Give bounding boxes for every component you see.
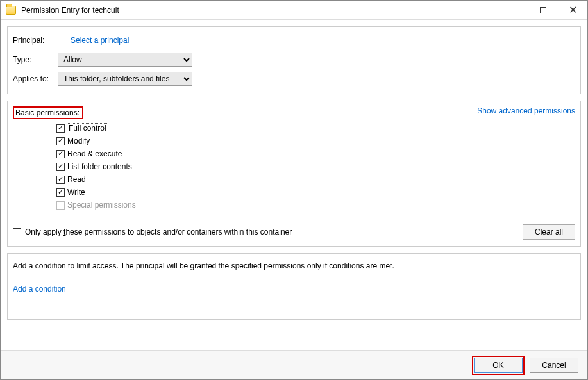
permission-label: Special permissions: [67, 201, 136, 210]
permission-item[interactable]: Modify: [56, 135, 575, 147]
cancel-button[interactable]: Cancel: [530, 358, 578, 373]
permission-checkbox[interactable]: [56, 150, 65, 158]
permission-label: List folder contents: [67, 162, 132, 171]
permission-item[interactable]: Read & execute: [56, 147, 575, 160]
permission-checkbox[interactable]: [56, 163, 65, 171]
minimize-button[interactable]: [499, 1, 528, 19]
close-icon: ✕: [569, 5, 577, 15]
permission-checkbox: [56, 201, 65, 210]
condition-text: Add a condition to limit access. The pri…: [13, 261, 575, 270]
permission-checkbox[interactable]: [56, 124, 65, 133]
permission-item[interactable]: Read: [56, 173, 575, 186]
ok-highlight: OK: [472, 356, 525, 375]
permission-item[interactable]: Full control: [56, 122, 575, 135]
permission-checkbox[interactable]: [56, 188, 65, 197]
select-principal-link[interactable]: Select a principal: [71, 36, 129, 45]
maximize-button[interactable]: [528, 1, 558, 19]
type-label: Type:: [13, 55, 58, 64]
minimize-icon: [510, 10, 517, 10]
permission-item[interactable]: Write: [56, 186, 575, 199]
window-title: Permission Entry for techcult: [21, 6, 499, 15]
permission-label: Full control: [67, 124, 108, 133]
permission-item[interactable]: List folder contents: [56, 160, 575, 173]
permission-checkbox[interactable]: [56, 176, 65, 184]
permissions-list: Full controlModifyRead & executeList fol…: [56, 122, 575, 211]
condition-panel: Add a condition to limit access. The pri…: [7, 253, 581, 320]
permission-label: Read & execute: [67, 149, 122, 158]
basic-permissions-heading: Basic permissions:: [13, 106, 83, 119]
only-apply-row[interactable]: Only apply these permissions to objects …: [13, 227, 292, 236]
clear-all-button[interactable]: Clear all: [523, 224, 575, 240]
maximize-icon: [540, 7, 546, 13]
permissions-panel: Basic permissions: Show advanced permiss…: [7, 101, 581, 247]
ok-button[interactable]: OK: [474, 358, 523, 373]
principal-panel: Principal: Select a principal Type: Allo…: [7, 26, 581, 94]
window-controls: ✕: [499, 1, 587, 19]
only-apply-label: Only apply these permissions to objects …: [25, 227, 292, 236]
add-condition-link[interactable]: Add a condition: [13, 285, 66, 293]
permission-checkbox[interactable]: [56, 137, 65, 145]
permission-label: Write: [67, 188, 85, 197]
principal-label: Principal:: [13, 36, 58, 45]
applies-to-label: Applies to:: [13, 74, 58, 83]
folder-icon: [6, 6, 16, 15]
title-bar: Permission Entry for techcult ✕: [1, 1, 587, 20]
dialog-footer: OK Cancel: [1, 350, 587, 379]
permission-label: Modify: [67, 136, 90, 145]
close-button[interactable]: ✕: [558, 1, 587, 19]
permission-item: Special permissions: [56, 199, 575, 211]
applies-to-select[interactable]: This folder, subfolders and files: [58, 72, 192, 86]
only-apply-checkbox[interactable]: [13, 228, 21, 236]
permission-label: Read: [67, 175, 86, 184]
type-select[interactable]: Allow: [58, 53, 192, 67]
show-advanced-link[interactable]: Show advanced permissions: [477, 106, 575, 115]
